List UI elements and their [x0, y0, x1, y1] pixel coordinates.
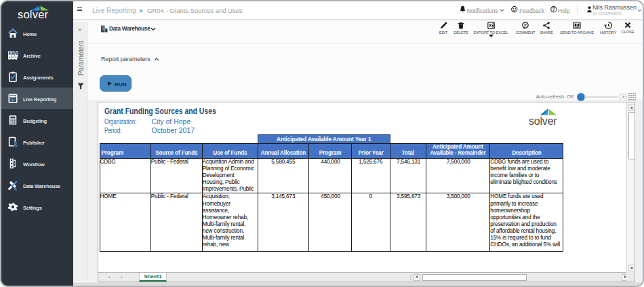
svg-text:?: ?: [552, 7, 555, 12]
